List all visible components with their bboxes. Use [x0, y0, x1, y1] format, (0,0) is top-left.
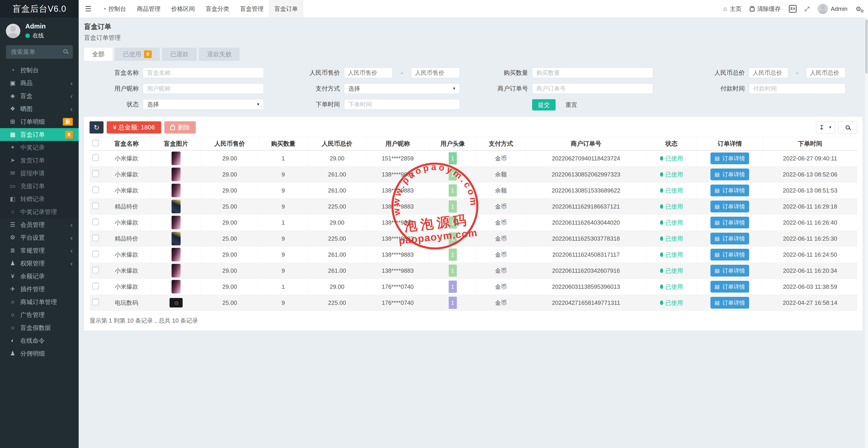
export-button[interactable]: ↧▼	[816, 121, 835, 133]
sidebar-item-中奖记录[interactable]: ✦中奖记录	[0, 141, 79, 154]
cell-detail: ▤订单详情	[697, 215, 763, 231]
tab-全部[interactable]: 全部	[84, 48, 113, 61]
refresh-button[interactable]: ↻	[90, 121, 103, 133]
sidebar-item-发货订单[interactable]: ➤发货订单	[0, 154, 79, 167]
tab-已使用[interactable]: 已使用8	[115, 48, 160, 61]
order-detail-button[interactable]: ▤订单详情	[710, 297, 749, 309]
price-min-input[interactable]	[344, 68, 393, 78]
order-detail-button[interactable]: ▤订单详情	[710, 233, 749, 245]
list-icon: ▤	[715, 187, 720, 194]
status-select[interactable]: 选择 ▼	[143, 99, 264, 109]
total-min-input[interactable]	[749, 68, 788, 78]
sidebar-item-充值订单[interactable]: ▭充值订单	[0, 180, 79, 192]
online-status-dot	[25, 33, 30, 38]
sidebar-item-权限管理[interactable]: ♟权限管理‹	[0, 257, 79, 270]
sidebar-item-订单明细[interactable]: ⊞订单明细新	[0, 115, 79, 128]
sidebar-item-在线命令[interactable]: ◐在线命令	[0, 334, 79, 347]
clear-cache-link[interactable]: 清除缓存	[750, 5, 781, 13]
sidebar-item-余额记录[interactable]: ¥余额记录	[0, 270, 79, 283]
sidebar-item-常规管理[interactable]: ≣常规管理‹	[0, 244, 79, 257]
sidebar-item-商品[interactable]: ▣商品‹	[0, 76, 79, 90]
cell-select	[90, 151, 102, 166]
order-detail-button[interactable]: ▤订单详情	[710, 217, 749, 228]
sidebar-item-商城订单管理[interactable]: ○商城订单管理	[0, 295, 79, 309]
row-checkbox[interactable]	[92, 251, 99, 257]
topnav-tab-盲盒订单[interactable]: 盲盒订单	[269, 0, 303, 18]
select-all-checkbox[interactable]	[92, 139, 99, 147]
order-detail-button[interactable]: ▤订单详情	[710, 185, 749, 196]
fullscreen-icon[interactable]: ⤢	[805, 5, 810, 12]
hamburger-icon[interactable]: ☰	[79, 4, 97, 13]
sidebar-item-盲盒假数据[interactable]: ○盲盒假数据	[0, 321, 79, 334]
cell-pay-method: 金币	[476, 295, 526, 311]
cell-pay-method: 余额	[476, 166, 526, 183]
row-checkbox[interactable]	[92, 219, 99, 225]
column-search-button[interactable]	[838, 121, 857, 133]
sidebar-search-input[interactable]	[6, 45, 73, 59]
submit-button[interactable]: 提交	[532, 99, 556, 110]
cell-total: 261.00	[308, 166, 366, 183]
sidebar-item-转赠记录[interactable]: ◧转赠记录	[0, 192, 79, 205]
topnav-tab-盲盒管理[interactable]: 盲盒管理	[235, 0, 269, 18]
sidebar-item-中奖记录管理[interactable]: ○中奖记录管理	[0, 205, 79, 218]
topnav-tab-价格区间[interactable]: 价格区间	[166, 0, 200, 18]
translate-icon[interactable]: 文A	[789, 5, 797, 13]
sidebar-item-label: 会员管理	[20, 221, 70, 229]
sidebar-item-插件管理[interactable]: ✈插件管理	[0, 283, 79, 295]
pay-time-input[interactable]	[749, 83, 845, 94]
sidebar-item-盲盒[interactable]: ◈盲盒‹	[0, 90, 79, 102]
tab-退款失败[interactable]: 退款失败	[199, 48, 240, 61]
order-detail-button[interactable]: ▤订单详情	[710, 281, 749, 293]
order-detail-button[interactable]: ▤订单详情	[710, 265, 749, 277]
price-max-input[interactable]	[411, 68, 460, 78]
total-max-input[interactable]	[806, 68, 845, 78]
sidebar-item-平台设置[interactable]: ⚙平台设置‹	[0, 231, 79, 244]
delete-button[interactable]: 删除	[164, 121, 196, 133]
row-checkbox[interactable]	[92, 170, 99, 177]
settings-gears-icon[interactable]: ⚙	[856, 5, 861, 13]
clear-cache-label: 清除缓存	[757, 5, 781, 13]
topnav-tab-商品管理[interactable]: 商品管理	[131, 0, 166, 18]
row-checkbox[interactable]	[92, 283, 99, 289]
total-amount-button[interactable]: ¥ 总金额: 1806	[107, 121, 161, 133]
product-image	[172, 184, 181, 197]
sidebar-item-广告管理[interactable]: ○广告管理	[0, 309, 79, 321]
reset-button[interactable]: 重置	[560, 99, 583, 110]
box-name-input[interactable]	[143, 68, 264, 78]
row-checkbox[interactable]	[92, 266, 99, 274]
tab-已退款[interactable]: 已退款	[162, 48, 197, 61]
sidebar-item-分佣明细[interactable]: ♟分佣明细	[0, 347, 79, 360]
tab-label: 已退款	[170, 50, 188, 58]
topnav-tab-盲盒分类[interactable]: 盲盒分类	[200, 0, 235, 18]
sidebar-item-控制台[interactable]: ◔控制台	[0, 64, 79, 76]
navbar-avatar	[817, 4, 828, 14]
row-checkbox[interactable]	[92, 186, 99, 193]
topnav-tab-控制台[interactable]: ◔控制台	[97, 0, 131, 18]
row-checkbox[interactable]	[92, 202, 99, 209]
row-checkbox[interactable]	[92, 299, 99, 306]
sidebar-item-晒图[interactable]: ❖晒图‹	[0, 102, 79, 115]
sidebar-item-会员管理[interactable]: ☰会员管理‹	[0, 218, 79, 231]
order-detail-button[interactable]: ▤订单详情	[710, 201, 749, 212]
row-checkbox[interactable]	[92, 234, 99, 241]
qty-input[interactable]	[532, 68, 653, 78]
navbar-user[interactable]: Admin	[817, 4, 847, 14]
navbar-right: ⌂ 主页 清除缓存 文A ⤢ Admin ⚙	[723, 0, 868, 18]
sidebar-item-盲盒订单[interactable]: ▦盲盒订单8	[0, 128, 79, 141]
cell-total: 225.00	[308, 295, 366, 311]
pay-method-select[interactable]: 选择 ▼	[344, 83, 460, 94]
order-detail-button[interactable]: ▤订单详情	[710, 249, 749, 260]
home-link[interactable]: ⌂ 主页	[723, 5, 741, 13]
merchant-orderno-input[interactable]	[532, 83, 653, 94]
comment-icon: ✉	[8, 170, 18, 177]
cell-price: 25.00	[201, 295, 258, 311]
nickname-input[interactable]	[143, 83, 264, 94]
search-icon[interactable]	[63, 49, 67, 53]
scrollbar-thumb[interactable]	[865, 20, 868, 74]
sidebar-item-提现申请[interactable]: ✉提现申请	[0, 167, 79, 180]
row-checkbox[interactable]	[92, 154, 99, 161]
order-detail-button[interactable]: ▤订单详情	[710, 168, 749, 180]
order-detail-button[interactable]: ▤订单详情	[710, 153, 749, 164]
order-time-input[interactable]	[344, 99, 460, 109]
cell-detail: ▤订单详情	[697, 183, 763, 199]
